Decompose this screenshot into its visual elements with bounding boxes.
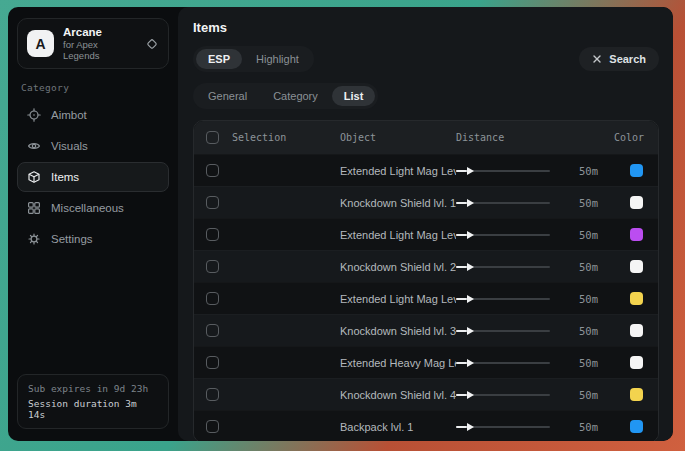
search-label: Search [609,53,646,65]
color-swatch[interactable] [630,164,643,177]
color-swatch[interactable] [630,356,643,369]
sidebar-section-label: Category [21,82,169,93]
layout-grid-icon [27,201,41,215]
main-panel: Items ESPHighlight Search GeneralCategor… [178,7,673,441]
session-duration-text: Session duration 3m 14s [28,398,158,420]
column-header-selection: Selection [232,132,338,143]
row-checkbox[interactable] [206,164,219,177]
distance-slider[interactable] [456,262,550,272]
distance-value: 50m [556,389,600,401]
distance-value: 50m [556,293,600,305]
tab-category[interactable]: Category [261,86,330,106]
table-row: Knockdown Shield lvl. 4 50m [194,378,658,410]
sidebar-item-items[interactable]: Items [17,162,169,192]
object-label: Knockdown Shield lvl. 2 [338,261,456,273]
distance-slider[interactable] [456,358,550,368]
row-checkbox[interactable] [206,420,219,433]
table-row: Knockdown Shield lvl. 3 50m [194,314,658,346]
table-row: Extended Light Mag Level 3 50m [194,218,658,250]
distance-slider[interactable] [456,230,550,240]
crosshair-icon [27,108,41,122]
object-label: Knockdown Shield lvl. 1 [338,197,456,209]
column-header-color: Color [600,132,650,143]
sub-expiry-text: Sub expires in 9d 23h [28,383,158,394]
object-label: Knockdown Shield lvl. 4 [338,389,456,401]
object-label: Knockdown Shield lvl. 3 [338,325,456,337]
distance-value: 50m [556,421,600,433]
sidebar-item-miscellaneous[interactable]: Miscellaneous [17,193,169,223]
eye-icon [27,139,41,153]
distance-value: 50m [556,197,600,209]
color-swatch[interactable] [630,324,643,337]
table-header: Selection Object Distance Color [194,121,658,154]
table-row: Extended Light Mag Level 2 50m [194,154,658,186]
package-icon [27,170,41,184]
sidebar-item-settings[interactable]: Settings [17,224,169,254]
select-all-checkbox[interactable] [206,131,219,144]
search-button[interactable]: Search [579,47,659,71]
distance-value: 50m [556,165,600,177]
row-checkbox[interactable] [206,356,219,369]
table-row: Extended Light Mag Level 4 50m [194,282,658,314]
distance-slider[interactable] [456,422,550,432]
view-tabs: GeneralCategoryList [193,83,378,109]
tab-general[interactable]: General [196,86,259,106]
distance-value: 50m [556,357,600,369]
distance-value: 50m [556,325,600,337]
object-label: Extended Light Mag Level 2 [338,165,456,177]
color-swatch[interactable] [630,260,643,273]
row-checkbox[interactable] [206,196,219,209]
sidebar-item-aimbot[interactable]: Aimbot [17,100,169,130]
row-checkbox[interactable] [206,324,219,337]
tab-highlight[interactable]: Highlight [244,49,311,69]
row-checkbox[interactable] [206,228,219,241]
table-row: Extended Heavy Mag Level 1 50m [194,346,658,378]
row-checkbox[interactable] [206,388,219,401]
object-label: Backpack lvl. 1 [338,421,456,433]
subscription-info-card: Sub expires in 9d 23h Session duration 3… [17,374,169,429]
tab-esp[interactable]: ESP [196,49,242,69]
sidebar: A Arcane for Apex Legends Category Aimbo… [8,7,178,441]
table-row: Knockdown Shield lvl. 2 50m [194,250,658,282]
distance-value: 50m [556,229,600,241]
row-checkbox[interactable] [206,260,219,273]
items-table: Selection Object Distance Color Extended… [193,120,659,441]
color-swatch[interactable] [630,196,643,209]
distance-slider[interactable] [456,198,550,208]
object-label: Extended Heavy Mag Level 1 [338,357,456,369]
distance-slider[interactable] [456,294,550,304]
sidebar-item-visuals[interactable]: Visuals [17,131,169,161]
row-checkbox[interactable] [206,292,219,305]
page-title: Items [193,20,659,35]
app-window: A Arcane for Apex Legends Category Aimbo… [8,7,673,441]
object-label: Extended Light Mag Level 4 [338,293,456,305]
color-swatch[interactable] [630,420,643,433]
distance-slider[interactable] [456,166,550,176]
color-swatch[interactable] [630,388,643,401]
color-swatch[interactable] [630,292,643,305]
distance-slider[interactable] [456,390,550,400]
table-row: Backpack lvl. 1 50m [194,410,658,441]
app-logo: A [27,30,54,57]
mode-tabs: ESPHighlight [193,46,314,72]
x-icon [592,54,602,64]
column-header-distance: Distance [456,132,556,143]
gear-icon [27,232,41,246]
tab-list[interactable]: List [332,86,376,106]
table-body: Extended Light Mag Level 2 50m Knockdown… [194,154,658,441]
column-header-object: Object [338,132,456,143]
app-subtitle: for Apex Legends [63,39,136,61]
sidebar-nav: Aimbot Visuals Items Miscellaneous Setti… [17,100,169,254]
object-label: Extended Light Mag Level 3 [338,229,456,241]
color-swatch[interactable] [630,228,643,241]
distance-value: 50m [556,261,600,273]
distance-slider[interactable] [456,326,550,336]
brand-card: A Arcane for Apex Legends [17,18,169,69]
diamond-icon[interactable] [145,37,159,51]
table-row: Knockdown Shield lvl. 1 50m [194,186,658,218]
app-name: Arcane [63,26,136,38]
